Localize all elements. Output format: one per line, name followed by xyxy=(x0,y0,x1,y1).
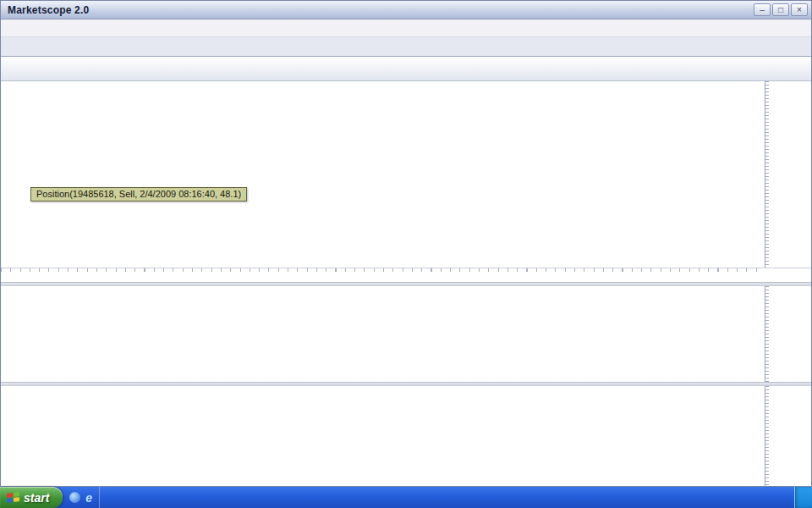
time-axis-ticks xyxy=(1,268,765,272)
macd-ruler xyxy=(765,286,771,382)
system-tray xyxy=(794,487,812,508)
candlestick-chart[interactable] xyxy=(1,81,765,268)
minimize-button[interactable]: – xyxy=(754,3,771,16)
start-label: start xyxy=(24,491,49,505)
macd-axis xyxy=(772,286,811,382)
window-title: Marketscope 2.0 xyxy=(4,4,89,16)
desktop: Marketscope 2.0 – □ × Position(19485618,… xyxy=(0,0,812,508)
windows-flag-icon xyxy=(7,492,19,503)
macd-panel[interactable] xyxy=(1,286,811,382)
tab-strip xyxy=(1,37,811,57)
position-tooltip: Position(19485618, Sell, 2/4/2009 08:16:… xyxy=(30,187,247,202)
task-buttons xyxy=(100,487,794,508)
title-bar[interactable]: Marketscope 2.0 – □ × xyxy=(1,1,811,19)
time-axis xyxy=(1,268,811,282)
toolbar xyxy=(1,57,811,81)
restore-button[interactable]: □ xyxy=(772,3,789,16)
ssd-axis xyxy=(772,386,811,486)
price-ruler xyxy=(765,81,771,268)
marketscope-window: Marketscope 2.0 – □ × Position(19485618,… xyxy=(0,0,812,487)
quick-launch: e xyxy=(63,487,100,508)
price-axis xyxy=(772,81,811,268)
menu-bar xyxy=(1,19,811,37)
quick-launch-ie-icon[interactable]: e xyxy=(85,491,92,505)
stochastic-chart[interactable] xyxy=(1,386,765,486)
taskbar: start e xyxy=(0,487,812,508)
stochastic-panel[interactable] xyxy=(1,386,811,486)
macd-chart[interactable] xyxy=(1,286,765,382)
close-button[interactable]: × xyxy=(791,3,808,16)
start-button[interactable]: start xyxy=(0,487,63,508)
quick-launch-desktop-icon[interactable] xyxy=(69,492,80,503)
ssd-ruler xyxy=(765,386,771,486)
price-chart-panel[interactable]: Position(19485618, Sell, 2/4/2009 08:16:… xyxy=(1,81,811,268)
chart-area: Position(19485618, Sell, 2/4/2009 08:16:… xyxy=(1,81,811,486)
